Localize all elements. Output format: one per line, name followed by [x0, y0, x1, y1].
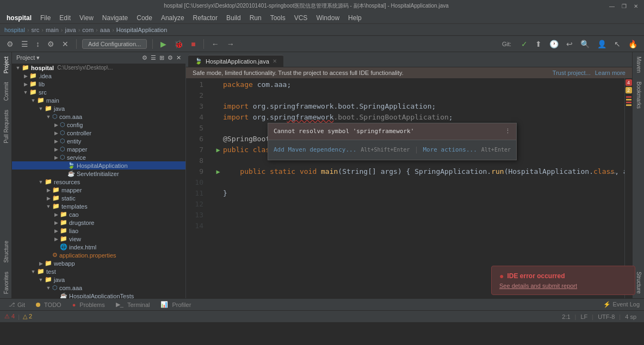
toolbar-close[interactable]: ✕ [60, 39, 71, 49]
tree-item-config[interactable]: ▶ ⬡ config [12, 121, 185, 129]
panel-tab-structure-left[interactable]: Structure [0, 236, 11, 267]
todo-tab[interactable]: TODO [32, 300, 66, 309]
toolbar-ideaicon[interactable]: 🔥 [626, 39, 640, 49]
menu-view[interactable]: View [75, 13, 98, 23]
tree-item-webapp[interactable]: ▶ 📁 webapp [12, 259, 185, 267]
menu-navigate[interactable]: Navigate [98, 13, 132, 23]
menu-run[interactable]: Run [245, 13, 266, 23]
toolbar-search[interactable]: 🔍 [578, 39, 592, 49]
tree-item-entity[interactable]: ▶ ⬡ entity [12, 137, 185, 145]
toolbar-back[interactable]: ← [209, 39, 221, 49]
tree-item-lib[interactable]: ▶ 📁 lib [12, 80, 185, 88]
toolbar-forward[interactable]: → [225, 39, 237, 49]
tree-item-view[interactable]: ▶ 📁 view [12, 235, 185, 243]
menu-vcs[interactable]: VCS [290, 13, 312, 23]
toolbar-git-clock[interactable]: 🕐 [547, 39, 561, 49]
learn-more-btn[interactable]: Learn more [595, 70, 626, 76]
notif-link[interactable]: See details and submit report [499, 283, 577, 289]
panel-tab-project[interactable]: Project [0, 52, 11, 78]
panel-tab-bookmarks[interactable]: Bookmarks [633, 77, 644, 113]
trust-project-btn[interactable]: Trust project... [553, 70, 591, 76]
toolbar-undo[interactable]: ↩ [564, 39, 575, 49]
tree-item-app-props[interactable]: ⚙ application.properties [12, 251, 185, 259]
status-position[interactable]: 2:1 [559, 313, 573, 320]
tree-item-idea[interactable]: ▶ 📁 .idea [12, 72, 185, 80]
project-tree-settings[interactable]: ⚙ [142, 54, 147, 61]
terminal-tab[interactable]: ▶_ Terminal [112, 300, 154, 309]
toolbar-cursor[interactable]: ↖ [612, 39, 623, 49]
project-tree-layout[interactable]: ☰ [151, 54, 156, 61]
tree-item-drugstore[interactable]: ▶ 📁 drugstore [12, 218, 185, 227]
tree-item-cao[interactable]: ▶ 📁 cao [12, 210, 185, 218]
tree-item-resources[interactable]: ▼ 📁 resources [12, 178, 185, 186]
tree-item-src[interactable]: ▼ 📁 src [12, 88, 185, 96]
project-tree-expand[interactable]: ⊞ [159, 54, 164, 61]
tree-item-static[interactable]: ▶ 📁 static [12, 194, 185, 202]
menu-code[interactable]: Code [132, 13, 157, 23]
event-log-btn[interactable]: ⚡ Event Log [603, 301, 640, 308]
run-gutter-7[interactable]: ▶ [213, 145, 223, 155]
tree-item-mapper-res[interactable]: ▶ 📁 mapper [12, 186, 185, 194]
close-btn[interactable]: ✕ [632, 2, 640, 10]
panel-tab-favorites[interactable]: Favorites [0, 267, 11, 298]
breadcrumb-src[interactable]: src [32, 27, 40, 33]
run-btn-9[interactable]: ▶ [216, 166, 220, 177]
toolbar-settings[interactable]: ⚙ [4, 39, 16, 49]
status-warnings[interactable]: △ 2 [23, 313, 32, 320]
menu-analyze[interactable]: Analyze [157, 13, 189, 23]
status-linesep[interactable]: LF [577, 313, 591, 320]
breadcrumb-main[interactable]: main [46, 27, 59, 33]
tree-item-com-aaa[interactable]: ▼ ⬡ com.aaa [12, 112, 185, 121]
status-encoding[interactable]: UTF-8 [595, 313, 618, 320]
tree-item-main[interactable]: ▼ 📁 main [12, 96, 185, 104]
tree-item-app-tests[interactable]: ☕ HospitalApplicationTests [12, 292, 185, 298]
add-maven-dependency-btn[interactable]: Add Maven dependency... [274, 145, 356, 155]
menu-build[interactable]: Build [222, 13, 245, 23]
breadcrumb-hospital[interactable]: hospital [4, 27, 25, 33]
panel-tab-pull-requests[interactable]: Pull Requests [0, 105, 11, 148]
toolbar-person[interactable]: 👤 [595, 39, 609, 49]
tree-item-liao[interactable]: ▶ 📁 liao [12, 227, 185, 235]
tree-item-java[interactable]: ▼ 📁 java [12, 104, 185, 112]
panel-tab-maven[interactable]: Maven [633, 52, 644, 77]
menu-help[interactable]: Help [344, 13, 366, 23]
toolbar-layout[interactable]: ☰ [19, 39, 30, 49]
tree-item-java-test[interactable]: ▼ 📁 java [12, 275, 185, 284]
menu-tools[interactable]: Tools [266, 13, 290, 23]
minimize-btn[interactable]: — [608, 2, 616, 10]
project-tree-gear[interactable]: ⚙ [168, 54, 173, 61]
tab-close-btn[interactable]: ✕ [273, 58, 277, 64]
project-tree-content[interactable]: ▼ 📁 hospital C:\Users\yx\Desktop\... ▶ 📁… [12, 64, 185, 298]
breadcrumb-java[interactable]: java [65, 27, 76, 33]
maximize-btn[interactable]: ❐ [620, 2, 628, 10]
profiler-tab[interactable]: 📊 Profiler [156, 300, 195, 309]
run-btn-7[interactable]: ▶ [216, 145, 220, 155]
toolbar-git-push[interactable]: ⬆ [533, 39, 544, 49]
toolbar-arrow[interactable]: ↕ [34, 39, 42, 49]
editor-tab-hospital-application[interactable]: 🍃 HospitalApplication.java ✕ [188, 55, 283, 67]
tree-item-templates[interactable]: ▼ 📁 templates [12, 202, 185, 210]
tree-item-service[interactable]: ▶ ⬡ service [12, 153, 185, 161]
git-tab[interactable]: ⎇ Git [4, 300, 29, 309]
tree-item-index-html[interactable]: 🌐 index.html [12, 243, 185, 251]
add-configuration-button[interactable]: Add Configuration... [82, 39, 147, 49]
toolbar-gear2[interactable]: ⚙ [45, 39, 57, 49]
breadcrumb-com[interactable]: com [82, 27, 94, 33]
menu-edit[interactable]: Edit [55, 13, 75, 23]
tree-item-servlet-init[interactable]: ☕ ServletInitializer [12, 170, 185, 178]
tree-item-com-aaa-test[interactable]: ▼ ⬡ com.aaa [12, 284, 185, 292]
run-gutter-9[interactable]: ▶ [213, 166, 223, 177]
status-errors[interactable]: ⚠ 4 [4, 313, 15, 320]
status-indent[interactable]: 4 sp [622, 313, 640, 320]
tooltip-kebab[interactable]: ⋮ [505, 126, 511, 137]
tree-item-hospital-application[interactable]: 🍃 HospitalApplication [12, 161, 185, 170]
tree-item-controller[interactable]: ▶ ⬡ controller [12, 129, 185, 137]
toolbar-stop[interactable]: ■ [189, 39, 197, 49]
menu-file[interactable]: File [36, 13, 55, 23]
project-tree-close[interactable]: ✕ [176, 54, 181, 61]
problems-tab[interactable]: ● Problems [68, 300, 109, 309]
toolbar-run[interactable]: ▶ [158, 39, 169, 49]
breadcrumb-class[interactable]: HospitalApplication [116, 27, 168, 33]
menu-window[interactable]: Window [312, 13, 344, 23]
notif-body[interactable]: See details and submit report [499, 283, 627, 289]
